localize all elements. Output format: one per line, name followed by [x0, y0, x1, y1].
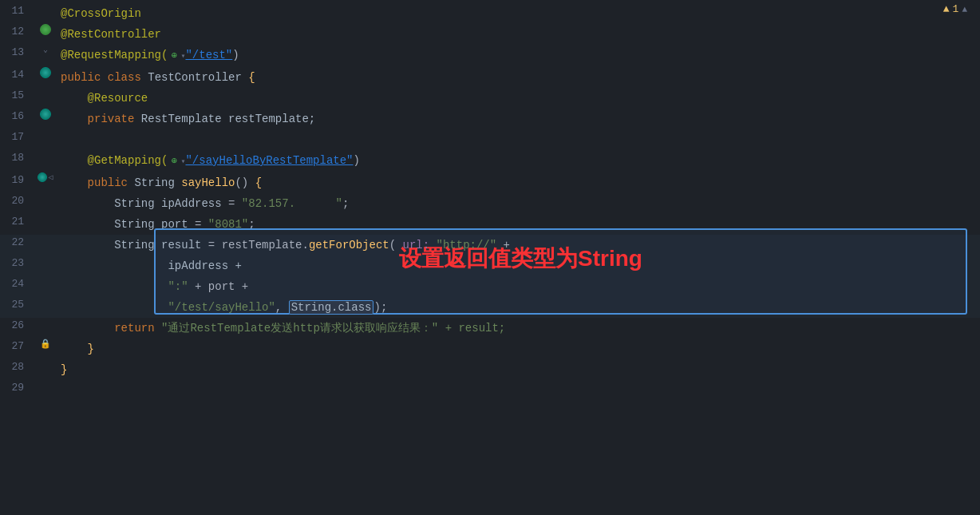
code-line-29: 29	[0, 380, 980, 401]
line-content-17	[57, 129, 980, 150]
url-label: url:	[403, 239, 437, 252]
code-line-18: 18 @GetMapping(⊕▾"/sayHelloByRestTemplat…	[0, 150, 980, 172]
parens-19: ()	[235, 176, 255, 189]
type-resttemplate: RestTemplate	[141, 113, 228, 125]
code-line-15: 15 @Resource	[0, 88, 980, 109]
kw-public-19: public	[88, 176, 135, 189]
line-content-26: return "通过RestTemplate发送http请求以获取响应结果：" …	[57, 318, 980, 339]
code-editor: ▲ 1 ▲ 11 @CrossOrigin 12 @RestController…	[0, 0, 980, 515]
classname-test: TestController	[148, 71, 248, 84]
equals-22: = restTemplate.	[208, 239, 309, 252]
paren-close-13: )	[232, 49, 239, 61]
line-content-28: }	[57, 359, 980, 380]
annotation-requestmapping: @RequestMapping(	[61, 49, 168, 61]
string-sayhello-path: "/test/sayHello"	[168, 301, 275, 314]
semi-20: ;	[342, 197, 349, 210]
type-string-20: String	[114, 197, 161, 210]
type-string-21: String	[114, 218, 161, 231]
gutter-27: 🔒	[34, 339, 57, 349]
gutter-icon-teal-14	[40, 67, 51, 78]
kw-private: private	[88, 113, 141, 125]
code-line-21: 21 String port = "8081";	[0, 214, 980, 235]
kw-class-14: class	[108, 71, 148, 84]
line-num-23: 23	[0, 256, 34, 269]
line-content-24: ":" + port +	[57, 276, 980, 297]
line-num-11: 11	[0, 3, 34, 17]
gutter-icon-teal-16	[40, 109, 51, 120]
line-num-21: 21	[0, 214, 34, 228]
paren-close-25: );	[373, 301, 387, 314]
method-sayhello: sayHello	[181, 176, 235, 189]
line-content-27: }	[57, 339, 980, 359]
line-num-26: 26	[0, 318, 34, 331]
line-num-25: 25	[0, 297, 34, 311]
globe-icon-18: ⊕	[168, 155, 180, 168]
line-content-25: "/test/sayHello", String.class);	[57, 297, 980, 318]
paren-22: (	[389, 239, 403, 252]
type-string-22: String	[114, 239, 161, 252]
line-content-15: @Resource	[57, 88, 980, 109]
line-num-13: 13	[0, 45, 34, 58]
kw-return-26: return	[114, 322, 161, 335]
code-line-13: 13 ⌄ @RequestMapping(⊕▾"/test")	[0, 45, 980, 67]
method-getforobject: getForObject	[309, 239, 389, 252]
code-line-12: 12 @RestController	[0, 24, 980, 45]
line-content-22: String result = restTemplate.getForObjec…	[57, 235, 980, 256]
annotation-restcontroller: @RestController	[61, 28, 161, 41]
annotation-crossorigin: @CrossOrigin	[61, 7, 141, 20]
line-content-21: String port = "8081";	[57, 214, 980, 235]
gutter-13: ⌄	[34, 45, 57, 54]
brace-open-14: {	[248, 71, 255, 84]
string-http: "http://"	[437, 239, 497, 252]
gutter-icon-green-12	[40, 24, 51, 35]
gutter-14	[34, 67, 57, 78]
breakpoint-icon-19: ◁	[48, 172, 53, 182]
line-content-19: public String sayHello() {	[57, 172, 980, 193]
code-line-24: 24 ":" + port +	[0, 276, 980, 297]
line-content-16: private RestTemplate restTemplate;	[57, 109, 980, 129]
line-num-28: 28	[0, 359, 34, 373]
line-num-22: 22	[0, 235, 34, 248]
plus-port-24: + port +	[188, 280, 249, 293]
url-test[interactable]: "/test"	[185, 49, 232, 61]
line-content-12: @RestController	[57, 24, 980, 45]
code-line-27: 27 🔒 }	[0, 339, 980, 359]
code-line-23: 23 ipAddress +	[0, 256, 980, 276]
code-line-22: 22 String result = restTemplate.getForOb…	[0, 235, 980, 256]
line-num-16: 16	[0, 109, 34, 122]
gutter-16	[34, 109, 57, 120]
code-line-26: 26 return "通过RestTemplate发送http请求以获取响应结果…	[0, 318, 980, 339]
brace-close-28: }	[61, 363, 67, 376]
code-line-16: 16 private RestTemplate restTemplate;	[0, 109, 980, 129]
var-resttemplate: restTemplate;	[228, 113, 315, 125]
code-line-28: 28 }	[0, 359, 980, 380]
plus-22: +	[496, 239, 510, 252]
code-line-20: 20 String ipAddress = "82.157. ";	[0, 193, 980, 214]
var-ipaddress: ipAddress	[161, 197, 228, 210]
string-port: "8081"	[208, 218, 248, 231]
code-line-17: 17	[0, 129, 980, 150]
type-string-19: String	[134, 176, 181, 189]
annotation-getmapping: @GetMapping(	[88, 154, 168, 167]
string-class-token: String.class	[289, 300, 374, 315]
line-content-13: @RequestMapping(⊕▾"/test")	[57, 45, 980, 67]
gutter-12	[34, 24, 57, 35]
code-line-25: 25 "/test/sayHello", String.class);	[0, 297, 980, 318]
gutter-icon-teal-19	[38, 172, 47, 182]
line-num-20: 20	[0, 193, 34, 207]
string-ip: "82.157. "	[242, 197, 342, 210]
url-sayhello[interactable]: "/sayHelloByRestTemplate"	[185, 154, 353, 167]
string-colon-24: ":"	[168, 280, 188, 293]
equals-21: =	[195, 218, 208, 231]
line-num-18: 18	[0, 150, 34, 164]
var-port: port	[161, 218, 195, 231]
globe-icon-13: ⊕	[168, 50, 180, 62]
line-num-27: 27	[0, 339, 34, 352]
gutter-19: ◁	[34, 172, 57, 182]
line-content-29	[57, 380, 980, 401]
semi-21: ;	[248, 218, 255, 231]
annotation-resource: @Resource	[88, 92, 148, 105]
line-content-20: String ipAddress = "82.157. ";	[57, 193, 980, 214]
fold-arrow-13: ⌄	[43, 45, 48, 54]
line-num-29: 29	[0, 380, 34, 394]
